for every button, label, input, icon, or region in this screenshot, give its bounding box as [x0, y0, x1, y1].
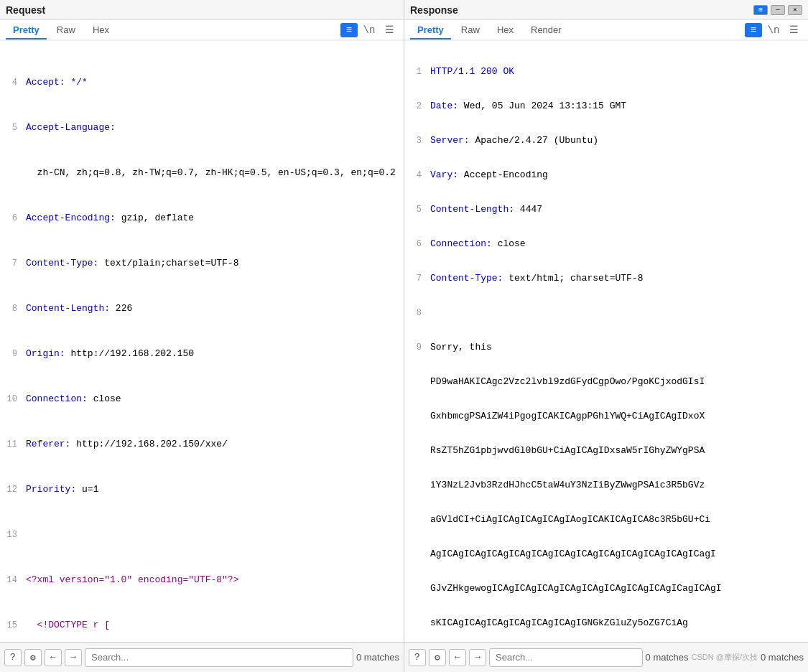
- line-item: 8: [404, 307, 808, 319]
- response-search-bar: ? ⚙ ← → 0 matches CSDN @摩探/次技 0 matches: [404, 643, 808, 672]
- request-help-icon[interactable]: ?: [4, 649, 22, 666]
- response-forward-icon[interactable]: →: [469, 649, 486, 666]
- line-item: 14 <?xml version="1.0" encoding="UTF-8"?…: [0, 574, 404, 587]
- response-code-block: 1 HTTP/1.1 200 OK 2 Date: Wed, 05 Jun 20…: [404, 41, 808, 642]
- response-settings-icon[interactable]: ⚙: [429, 649, 446, 666]
- request-settings-icon[interactable]: ⚙: [24, 649, 42, 666]
- response-wrap-icon[interactable]: \n: [765, 23, 782, 37]
- response-format-icon[interactable]: ≡: [745, 23, 762, 37]
- response-help-icon[interactable]: ?: [409, 649, 426, 666]
- request-tab-pretty[interactable]: Pretty: [6, 22, 47, 39]
- request-code-block: 4 Accept: */* 5 Accept-Language: zh-CN, …: [0, 41, 404, 642]
- request-search-bar: ? ⚙ ← → 0 matches: [0, 643, 404, 672]
- line-item: 9 Sorry, this: [404, 341, 808, 354]
- response-matches-count-2: 0 matches: [761, 652, 804, 663]
- line-item: 12 Priority: u=1: [0, 483, 404, 496]
- response-tab-bar: Pretty Raw Hex Render ≡ \n ☰: [404, 20, 808, 41]
- request-matches-count: 0 matches: [356, 652, 399, 663]
- line-item: 9 Origin: http://192.168.202.150: [0, 347, 404, 360]
- request-forward-icon[interactable]: →: [65, 649, 82, 666]
- line-item: 5 Accept-Language:: [0, 121, 404, 134]
- line-item: aGVldCI+CiAgICAgICAgICAgIAogICAKICAgICA8…: [404, 513, 808, 526]
- response-title: Response: [410, 4, 458, 16]
- request-tab-hex[interactable]: Hex: [85, 22, 116, 39]
- request-tab-raw[interactable]: Raw: [50, 22, 83, 39]
- line-item: RsZT5hZG1pbjwvdGl0bGU+CiAgICAgIDxsaW5rIG…: [404, 444, 808, 457]
- response-search-input[interactable]: [489, 648, 643, 667]
- line-item: 7 Content-Type: text/html; charset=UTF-8: [404, 272, 808, 285]
- response-tab-pretty[interactable]: Pretty: [410, 22, 451, 39]
- response-header: Response ⊞ — ✕: [404, 0, 808, 20]
- wc-split-icon[interactable]: ⊞: [753, 5, 768, 15]
- line-item: GxhbmcgPSAiZW4iPgogICAKICAgpPGhlYWQ+CiAg…: [404, 410, 808, 423]
- wc-minimize-icon[interactable]: —: [771, 5, 785, 15]
- line-item: 6 Accept-Encoding: gzip, deflate: [0, 212, 404, 225]
- request-back-icon[interactable]: ←: [45, 649, 62, 666]
- line-item: iY3NzL2Jvb3RzdHJhcC5taW4uY3NzIiByZWwgPSA…: [404, 479, 808, 492]
- line-item: 13: [0, 528, 404, 541]
- line-item: GJvZHkgewogICAgICAgICAgICAgICAgICAgICAgI…: [404, 582, 808, 595]
- line-item: 15 <!DOCTYPE r [: [0, 619, 404, 632]
- response-panel: Response ⊞ — ✕ Pretty Raw Hex Render ≡ \…: [404, 0, 808, 642]
- request-search-input[interactable]: [85, 648, 353, 667]
- request-content: 4 Accept: */* 5 Accept-Language: zh-CN, …: [0, 41, 404, 642]
- line-item: PD9waHAKICAgc2Vzc2lvbl9zdGFydCgpOwo/PgoK…: [404, 375, 808, 388]
- line-item: zh-CN, zh;q=0.8, zh-TW;q=0.7, zh-HK;q=0.…: [0, 167, 404, 179]
- csdn-watermark: CSDN @摩探/次技: [692, 652, 758, 663]
- line-item: 7 Content-Type: text/plain;charset=UTF-8: [0, 257, 404, 270]
- line-item: 2 Date: Wed, 05 Jun 2024 13:13:15 GMT: [404, 100, 808, 113]
- bottom-bar: ? ⚙ ← → 0 matches ? ⚙ ← → 0 matches CSDN…: [0, 642, 808, 672]
- request-header: Request: [0, 0, 404, 20]
- line-item: 11 Referer: http://192.168.202.150/xxe/: [0, 438, 404, 451]
- request-tab-bar: Pretty Raw Hex ≡ \n ☰: [0, 20, 404, 41]
- line-item: 8 Content-Length: 226: [0, 302, 404, 315]
- request-format-icon[interactable]: ≡: [340, 23, 358, 37]
- line-item: 4 Accept: */*: [0, 76, 404, 89]
- line-item: 10 Connection: close: [0, 393, 404, 406]
- response-back-icon[interactable]: ←: [449, 649, 466, 666]
- line-item: 6 Connection: close: [404, 238, 808, 251]
- line-item: sKICAgICAgICAgICAgICAgICAgIGNGkZGluZy5oZ…: [404, 617, 808, 630]
- request-title: Request: [6, 4, 45, 16]
- line-item: 4 Vary: Accept-Encoding: [404, 169, 808, 182]
- window-controls: ⊞ — ✕: [753, 5, 802, 15]
- request-wrap-icon[interactable]: \n: [361, 23, 378, 37]
- line-item: 3 Server: Apache/2.4.27 (Ubuntu): [404, 134, 808, 147]
- request-panel: Request Pretty Raw Hex ≡ \n ☰ 4 Accept: …: [0, 0, 404, 642]
- request-menu-icon[interactable]: ☰: [381, 23, 398, 37]
- response-tab-hex[interactable]: Hex: [490, 22, 521, 39]
- line-item: 1 HTTP/1.1 200 OK: [404, 65, 808, 78]
- line-item: 5 Content-Length: 4447: [404, 203, 808, 216]
- response-menu-icon[interactable]: ☰: [785, 23, 802, 37]
- response-matches-count: 0 matches: [646, 652, 689, 663]
- line-item: AgICAgICAgICAgICAgICAgICAgICAgICAgICAgIC…: [404, 548, 808, 561]
- wc-close-icon[interactable]: ✕: [788, 5, 802, 15]
- response-tab-raw[interactable]: Raw: [454, 22, 487, 39]
- response-tab-render[interactable]: Render: [524, 22, 569, 39]
- response-content: 1 HTTP/1.1 200 OK 2 Date: Wed, 05 Jun 20…: [404, 41, 808, 642]
